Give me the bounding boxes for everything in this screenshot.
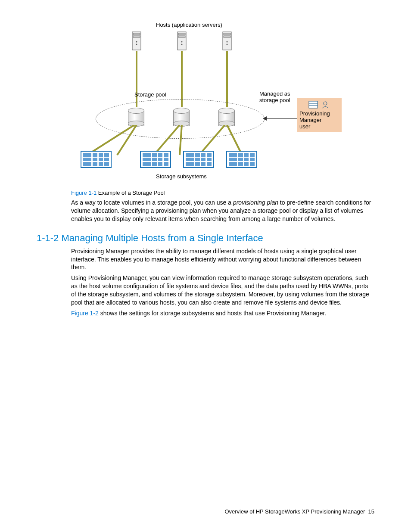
arrow-line: [265, 118, 297, 119]
storage-volume-icon: [173, 108, 189, 127]
body-paragraph: Provisioning Manager provides the abilit…: [71, 247, 374, 272]
svg-rect-1: [133, 33, 140, 35]
server-rack-icon: [308, 101, 318, 109]
storage-subsystem-icon: [226, 151, 257, 168]
user-monitor-icon: [321, 101, 330, 109]
emphasis-text: provisioning plan: [233, 199, 278, 206]
footer-text: Overview of HP StorageWorks XP Provision…: [224, 508, 365, 515]
svg-rect-12: [224, 36, 230, 37]
svg-point-4: [136, 44, 137, 45]
host-server-icon: [177, 31, 187, 51]
svg-point-3: [136, 41, 137, 43]
storage-volume-icon: [128, 108, 143, 127]
svg-point-9: [181, 44, 183, 45]
figure-caption: Figure 1-1 Example of a Storage Pool: [71, 190, 374, 196]
body-text: shows the settings for storage subsystem…: [99, 310, 326, 317]
svg-point-14: [227, 44, 228, 45]
section-heading: 1-1-2 Managing Multiple Hosts from a Sin…: [37, 233, 374, 244]
page-number: 15: [368, 508, 374, 515]
user-box-text: Provisioning: [299, 110, 339, 117]
host-server-icon: [222, 31, 232, 51]
svg-rect-2: [133, 36, 140, 37]
body-paragraph: As a way to locate volumes in a storage …: [71, 199, 374, 223]
storage-subsystem-icon: [140, 151, 171, 168]
connector-line: [226, 51, 228, 107]
storage-subsystem-icon: [183, 151, 214, 168]
storage-subsystems-label: Storage subsystems: [156, 173, 207, 180]
svg-point-18: [324, 102, 327, 105]
user-box-text: user: [299, 123, 339, 130]
managed-as-label: Managed as storage pool: [259, 90, 290, 103]
hosts-label: Hosts (application servers): [156, 22, 222, 28]
figure-reference-link[interactable]: Figure 1-2: [71, 310, 99, 317]
figure-caption-text: Example of a Storage Pool: [97, 190, 165, 196]
storage-pool-label: Storage pool: [134, 91, 166, 98]
connector-line: [181, 51, 183, 107]
svg-rect-15: [309, 101, 318, 108]
svg-rect-11: [224, 33, 230, 35]
svg-rect-7: [178, 36, 185, 37]
host-server-icon: [131, 31, 142, 51]
connector-line: [136, 51, 137, 107]
storage-pool-diagram: Hosts (application servers) Stora: [70, 22, 341, 185]
svg-rect-6: [178, 33, 185, 35]
storage-volume-icon: [218, 108, 234, 127]
document-page: Hosts (application servers) Stora: [0, 0, 411, 532]
svg-line-22: [180, 125, 182, 155]
storage-subsystem-icon: [81, 151, 112, 168]
body-paragraph: Figure 1-2 shows the settings for storag…: [71, 309, 374, 317]
body-text: As a way to locate volumes in a storage …: [71, 199, 233, 206]
provisioning-manager-user-box: Provisioning Manager user: [297, 98, 342, 132]
figure-reference-link[interactable]: Figure 1-1: [71, 190, 97, 196]
svg-point-13: [227, 41, 228, 43]
page-footer: Overview of HP StorageWorks XP Provision…: [224, 508, 374, 515]
arrow-head-icon: [263, 116, 267, 121]
user-box-text: Manager: [299, 117, 339, 123]
svg-point-8: [181, 41, 183, 43]
body-paragraph: Using Provisioning Manager, you can view…: [71, 274, 374, 307]
